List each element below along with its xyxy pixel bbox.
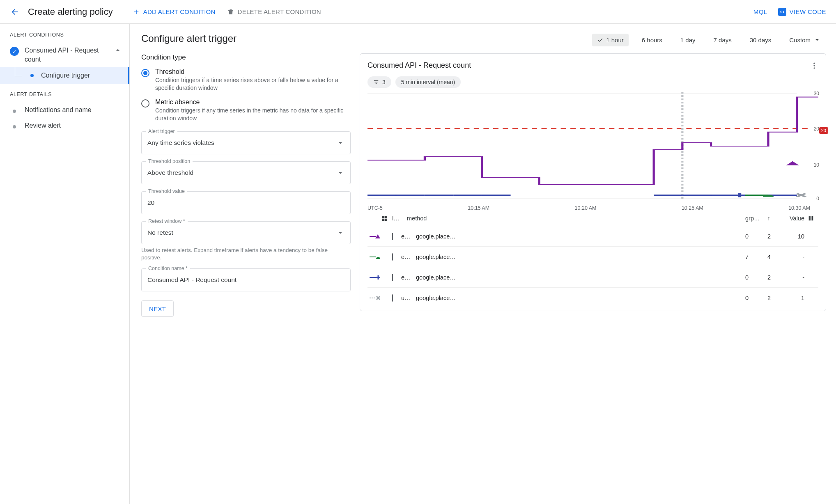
legend-row[interactable]: e…google.place…0210 xyxy=(367,226,818,247)
back-button[interactable] xyxy=(7,4,23,20)
substep-label: Configure trigger xyxy=(41,72,90,79)
preview-card: Consumed API - Request count 3 5 min int… xyxy=(360,53,826,311)
radio-icon xyxy=(141,69,149,77)
dot-icon xyxy=(13,125,16,128)
check-icon xyxy=(10,47,19,56)
radio-threshold[interactable]: Threshold Condition triggers if a time s… xyxy=(141,68,351,92)
step-notifications[interactable]: Notifications and name xyxy=(0,102,129,118)
threshold-position-select[interactable]: Threshold position Above threshold xyxy=(141,161,351,184)
legend-head-value[interactable]: Value xyxy=(777,215,806,222)
field-label: Alert trigger xyxy=(146,128,177,134)
field-value: Above threshold xyxy=(147,169,193,176)
range-chip-7days[interactable]: 7 days xyxy=(709,34,737,46)
section-label-conditions: ALERT CONDITIONS xyxy=(0,32,129,38)
svg-point-2 xyxy=(813,67,815,69)
chevron-up-icon[interactable] xyxy=(114,46,122,54)
substep-configure-trigger[interactable]: Configure trigger xyxy=(0,67,129,84)
chevron-down-icon xyxy=(336,139,345,147)
range-chip-1day[interactable]: 1 day xyxy=(675,34,700,46)
code-icon xyxy=(778,8,786,16)
step-title: Review alert xyxy=(25,121,61,130)
field-value: No retest xyxy=(147,229,173,236)
step-review[interactable]: Review alert xyxy=(0,118,129,133)
legend-method: google.place… xyxy=(414,295,744,301)
field-label: Retest window * xyxy=(146,218,188,224)
x-tick: 10:20 AM xyxy=(575,205,597,211)
checkbox[interactable] xyxy=(392,294,393,302)
svg-point-1 xyxy=(813,65,815,66)
y-tick: 0 xyxy=(816,196,819,202)
filter-icon xyxy=(373,79,379,85)
range-chip-1hour[interactable]: 1 hour xyxy=(592,34,629,46)
legend-head-r[interactable]: r xyxy=(766,215,777,222)
series-marker-icon xyxy=(369,254,381,260)
add-alert-condition-button[interactable]: ADD ALERT CONDITION xyxy=(133,8,216,16)
condition-type-label: Condition type xyxy=(141,53,351,62)
x-tick: 10:25 AM xyxy=(682,205,703,211)
field-label: Condition name * xyxy=(146,266,190,271)
field-value: Any time series violates xyxy=(147,139,214,147)
legend-value: 10 xyxy=(777,233,806,240)
checkbox[interactable] xyxy=(392,233,393,240)
next-button[interactable]: NEXT xyxy=(141,300,174,317)
filter-chip[interactable]: 3 xyxy=(367,76,391,88)
series-marker-icon xyxy=(369,234,381,239)
threshold-badge: 20 xyxy=(819,127,828,134)
field-label: Threshold position xyxy=(146,158,193,164)
threshold-value-input[interactable]: Threshold value 20 xyxy=(141,191,351,214)
delete-alert-condition-button[interactable]: DELETE ALERT CONDITION xyxy=(227,8,321,16)
checkbox[interactable] xyxy=(392,274,393,281)
legend-l: e… xyxy=(400,254,414,260)
grid-icon[interactable] xyxy=(367,215,390,222)
range-chip-6hours[interactable]: 6 hours xyxy=(637,34,667,46)
interval-chip[interactable]: 5 min interval (mean) xyxy=(395,76,461,88)
top-actions: ADD ALERT CONDITION DELETE ALERT CONDITI… xyxy=(133,8,321,16)
range-chip-custom[interactable]: Custom xyxy=(784,33,826,47)
legend-r: 2 xyxy=(766,295,777,301)
arrow-left-icon xyxy=(10,7,19,16)
y-tick: 10 xyxy=(814,162,819,168)
step-title: Consumed API - Request count xyxy=(25,46,108,64)
x-axis: UTC-5 10:15 AM 10:20 AM 10:25 AM 10:30 A… xyxy=(367,205,818,211)
chevron-down-icon xyxy=(813,36,821,44)
legend-l: e… xyxy=(400,233,414,240)
step-title: Notifications and name xyxy=(25,105,92,115)
legend-header: l… method grp… r Value xyxy=(367,211,818,226)
legend-row[interactable]: e…google.place…74- xyxy=(367,247,818,267)
mql-button[interactable]: MQL xyxy=(753,8,767,15)
alert-trigger-select[interactable]: Alert trigger Any time series violates xyxy=(141,131,351,154)
legend-method: google.place… xyxy=(414,274,744,281)
check-icon xyxy=(597,37,604,43)
legend-head-l[interactable]: l… xyxy=(390,215,405,222)
series-marker-icon xyxy=(369,275,381,280)
kebab-menu[interactable] xyxy=(810,62,818,70)
condition-name-input[interactable]: Condition name * Consumed API - Request … xyxy=(141,268,351,291)
chevron-down-icon xyxy=(336,169,345,177)
radio-metric-absence[interactable]: Metric absence Condition triggers if any… xyxy=(141,99,351,122)
range-chip-30days[interactable]: 30 days xyxy=(745,34,776,46)
time-range-picker: 1 hour 6 hours 1 day 7 days 30 days Cust… xyxy=(360,33,826,47)
radio-title: Metric absence xyxy=(155,99,348,106)
x-tick: 10:30 AM xyxy=(788,205,810,211)
legend-grp: 7 xyxy=(744,254,766,260)
legend-row[interactable]: u…google.place…021 xyxy=(367,288,818,308)
step-condition[interactable]: Consumed API - Request count xyxy=(0,43,129,67)
retest-window-select[interactable]: Retest window * No retest xyxy=(141,221,351,244)
checkbox[interactable] xyxy=(392,253,393,261)
legend-method: google.place… xyxy=(414,233,744,240)
svg-point-0 xyxy=(813,62,815,64)
series-marker-icon xyxy=(369,295,381,301)
legend-head-method[interactable]: method xyxy=(405,215,744,222)
legend-grp: 0 xyxy=(744,233,766,240)
sidebar: ALERT CONDITIONS Consumed API - Request … xyxy=(0,24,130,504)
top-bar: Create alerting policy ADD ALERT CONDITI… xyxy=(0,0,836,24)
legend-row[interactable]: e…google.place…02- xyxy=(367,267,818,288)
legend-l: u… xyxy=(400,295,414,301)
columns-icon[interactable] xyxy=(806,215,818,222)
field-value: Consumed API - Request count xyxy=(147,276,237,284)
legend-head-grp[interactable]: grp… xyxy=(744,215,766,222)
preview-column: 1 hour 6 hours 1 day 7 days 30 days Cust… xyxy=(360,33,826,494)
plus-icon xyxy=(133,8,140,16)
tz-label: UTC-5 xyxy=(367,205,383,211)
view-code-button[interactable]: VIEW CODE xyxy=(778,8,826,16)
